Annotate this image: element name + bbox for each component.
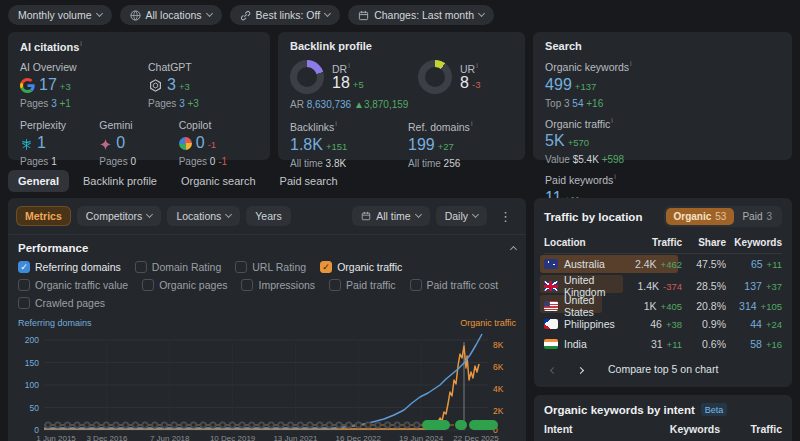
toggle-organic-label: Organic [674, 211, 712, 222]
pages-value[interactable]: 0 [130, 156, 136, 167]
value-label: Value [545, 154, 570, 165]
col-keywords[interactable]: Keywords [646, 423, 720, 435]
event-cluster-green[interactable] [422, 420, 450, 430]
keywords-value[interactable]: 44 [750, 318, 762, 330]
pages-value[interactable]: 1 [51, 156, 57, 167]
toggle-paid[interactable]: Paid3 [734, 208, 780, 225]
locations-dropdown[interactable]: Locations [167, 206, 240, 226]
checkbox-icon: ✓ [18, 297, 30, 309]
years-button[interactable]: Years [246, 206, 290, 226]
best-links-dropdown[interactable]: Best links: Off [230, 5, 341, 25]
col-keywords[interactable]: Keywords [726, 237, 782, 248]
keywords-value[interactable]: 58 [750, 338, 762, 350]
checkbox-crawled-pages[interactable]: ✓Crawled pages [18, 297, 105, 309]
monthly-volume-dropdown[interactable]: Monthly volume [8, 5, 112, 25]
x-tick: 3 Dec 2016 [86, 434, 127, 441]
all-locations-label: All locations [146, 9, 202, 21]
x-tick: 22 Dec 2025 [453, 434, 499, 441]
changes-dropdown[interactable]: Changes: Last month [348, 5, 494, 25]
chevron-right-icon [577, 367, 584, 374]
all-time-dropdown[interactable]: All time [352, 206, 429, 226]
next-page-button[interactable] [573, 361, 588, 377]
all-locations-dropdown[interactable]: All locations [120, 5, 222, 25]
traffic-value: 31 [651, 338, 663, 350]
tab-general[interactable]: General [8, 170, 69, 192]
pages-delta: +1 [59, 98, 70, 109]
refdomains-label: Ref. domains [408, 121, 470, 133]
refdomains-card: Ref. domainsi 199 +27 All time 256 [408, 120, 472, 169]
organic-keywords-card: Organic keywordsi 499 +137 Top 3 54 +16 [545, 60, 663, 109]
up-triangle-icon: ▲ [354, 99, 364, 110]
info-icon: i [476, 62, 478, 69]
checkbox-paid-traffic-cost[interactable]: ✓Paid traffic cost [410, 279, 499, 291]
col-location[interactable]: Location [544, 237, 622, 248]
calendar-icon [358, 10, 369, 21]
checkbox-url-rating[interactable]: ✓URL Rating [235, 261, 306, 273]
info-icon: i [471, 120, 473, 127]
top3-value[interactable]: 54 [572, 98, 583, 109]
checkbox-referring-domains[interactable]: ✓Referring domains [18, 261, 121, 273]
checkbox-domain-rating[interactable]: ✓Domain Rating [135, 261, 221, 273]
toggle-organic[interactable]: Organic53 [666, 208, 735, 225]
keywords-value[interactable]: 65 [751, 258, 763, 270]
event-cluster-green[interactable] [455, 420, 467, 430]
event-cluster-green[interactable] [469, 420, 498, 430]
metrics-button[interactable]: Metrics [16, 206, 71, 226]
tab-backlink-profile[interactable]: Backlink profile [73, 170, 167, 192]
col-traffic[interactable]: Traffic [622, 237, 682, 248]
left-tick: 50 [30, 403, 40, 413]
prev-page-button[interactable] [546, 361, 561, 377]
organic-traffic-line [44, 346, 479, 429]
left-tick: 100 [25, 380, 39, 390]
table-row-australia[interactable]: Australia 2.4K+462 47.5% 65+11 [544, 254, 782, 274]
ur-donut-icon [418, 60, 452, 94]
performance-chart[interactable]: 200 150 100 50 0 8K 6K 4K 2K 0 [8, 328, 526, 441]
tab-paid-search[interactable]: Paid search [270, 170, 348, 192]
pages-label: Pages [20, 98, 48, 109]
ai-overview-label: AI Overview [20, 61, 148, 73]
col-traffic[interactable]: Traffic [720, 423, 782, 435]
checkbox-label: Organic traffic value [35, 279, 128, 291]
traffic-value: 1K [644, 300, 657, 312]
table-row-united-kingdom[interactable]: United Kingdom 1.4K-374 28.5% 137+37 [544, 274, 782, 294]
checkbox-impressions[interactable]: ✓Impressions [241, 279, 315, 291]
organic-traffic-value[interactable]: 5K [545, 132, 565, 149]
keywords-value[interactable]: 137 [744, 280, 762, 292]
pages-value[interactable]: 3 [179, 98, 185, 109]
keywords-value[interactable]: 314 [739, 300, 757, 312]
ai-overview-value: 17 [39, 76, 57, 93]
x-tick: 16 Dec 2022 [336, 434, 382, 441]
refdomains-value[interactable]: 199 [408, 136, 435, 153]
chevron-down-icon [206, 10, 213, 17]
checkbox-paid-traffic[interactable]: ✓Paid traffic [329, 279, 395, 291]
competitors-dropdown[interactable]: Competitors [77, 206, 162, 226]
copilot-card: Copilot 0 -1 Pages 0 -1 [179, 119, 258, 167]
col-share[interactable]: Share [682, 237, 726, 248]
organic-keywords-delta: +137 [575, 81, 596, 92]
compare-top5-link[interactable]: Compare top 5 on chart [608, 363, 718, 375]
collapse-section-button[interactable] [511, 242, 516, 254]
more-options-button[interactable]: ⋮ [493, 207, 518, 226]
checkbox-organic-traffic-value[interactable]: ✓Organic traffic value [18, 279, 128, 291]
info-icon: i [611, 117, 613, 124]
tab-organic-search[interactable]: Organic search [171, 170, 266, 192]
gemini-label: Gemini [99, 119, 178, 131]
backlinks-value[interactable]: 1.8K [290, 136, 323, 153]
pages-value[interactable]: 3 [51, 98, 57, 109]
pages-value[interactable]: 0 [210, 156, 216, 167]
keywords-delta: +37 [766, 281, 782, 292]
ai-citations-panel: AI citationsi AI Overview 17 +3 Pages 3 … [8, 32, 270, 160]
table-row-united-states[interactable]: United States 1K+405 20.8% 314+105 [544, 294, 782, 314]
checkbox-label: Paid traffic [346, 279, 395, 291]
ar-value[interactable]: 8,630,736 [307, 99, 352, 110]
country-name: United States [564, 294, 622, 318]
ur-label: UR [460, 62, 475, 74]
col-intent[interactable]: Intent [544, 423, 646, 435]
search-panel: Search Organic keywordsi 499 +137 Top 3 … [533, 32, 792, 160]
checkbox-organic-traffic[interactable]: ✓Organic traffic [320, 261, 402, 273]
checkbox-organic-pages[interactable]: ✓Organic pages [142, 279, 227, 291]
table-row-india[interactable]: India 31+11 0.6% 58+16 [544, 334, 782, 354]
organic-keywords-value[interactable]: 499 [545, 76, 572, 93]
granularity-dropdown[interactable]: Daily [436, 206, 487, 226]
best-links-label: Best links: Off [256, 9, 321, 21]
